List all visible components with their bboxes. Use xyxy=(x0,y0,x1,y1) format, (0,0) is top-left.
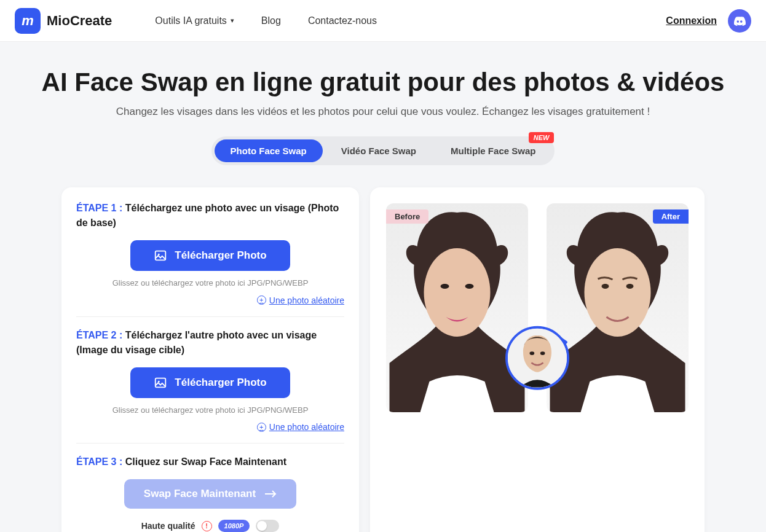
after-image: After xyxy=(547,203,689,412)
swap-label: Swap Face Maintenant xyxy=(144,488,256,500)
random-photo-row-2: + Une photo aléatoire xyxy=(76,421,344,432)
mode-tabs-inner: Photo Face Swap Vidéo Face Swap Multiple… xyxy=(211,136,555,165)
tab-photo-face-swap[interactable]: Photo Face Swap xyxy=(215,139,323,162)
svg-point-4 xyxy=(424,248,491,337)
login-link[interactable]: Connexion xyxy=(666,15,717,26)
resolution-badge: 1080P xyxy=(218,520,250,532)
step-2: ÉTAPE 2 : Téléchargez l'autre photo avec… xyxy=(76,316,344,444)
logo-text: MioCreate xyxy=(47,13,112,29)
logo[interactable]: m MioCreate xyxy=(15,8,112,34)
image-icon xyxy=(154,376,167,389)
svg-point-9 xyxy=(626,284,634,289)
upload-hint-2: Glissez ou téléchargez votre photo ici J… xyxy=(76,405,344,415)
tab-multiple-face-swap[interactable]: Multiple Face Swap NEW xyxy=(435,139,551,162)
plus-circle-icon: + xyxy=(257,295,266,305)
info-icon[interactable]: ! xyxy=(202,521,212,531)
random-photo-row-1: + Une photo aléatoire xyxy=(76,294,344,305)
step-1: ÉTAPE 1 : Téléchargez une photo avec un … xyxy=(76,201,344,316)
toggle-knob xyxy=(257,521,267,531)
svg-point-7 xyxy=(585,248,651,337)
quality-label: Haute qualité xyxy=(141,521,195,531)
nav-item-blog[interactable]: Blog xyxy=(261,15,281,26)
svg-point-11 xyxy=(530,351,535,355)
mode-tabs: Photo Face Swap Vidéo Face Swap Multiple… xyxy=(0,136,766,165)
random-label: Une photo aléatoire xyxy=(269,295,344,305)
upload-base-photo-button[interactable]: Télécharger Photo xyxy=(130,240,290,271)
step-2-label: ÉTAPE 2 : xyxy=(76,330,122,340)
tab-video-face-swap[interactable]: Vidéo Face Swap xyxy=(325,139,432,162)
face-thumbnail-icon xyxy=(508,329,567,388)
svg-point-5 xyxy=(441,284,449,289)
nav: Outils IA gratuits ▾ Blog Contactez-nous xyxy=(155,15,377,26)
new-badge: NEW xyxy=(529,132,555,143)
step-3-label: ÉTAPE 3 : xyxy=(76,456,122,467)
discord-button[interactable] xyxy=(728,9,751,33)
step-3: ÉTAPE 3 : Cliquez sur Swap Face Maintena… xyxy=(76,443,344,532)
target-face-thumbnail xyxy=(505,326,569,390)
steps-panel: ÉTAPE 1 : Téléchargez une photo avec un … xyxy=(61,187,359,532)
person-silhouette-icon xyxy=(547,203,689,412)
image-icon xyxy=(154,249,167,262)
header: m MioCreate Outils IA gratuits ▾ Blog Co… xyxy=(0,0,766,42)
hero: AI Face Swap en ligne gratuit pour des p… xyxy=(0,42,766,136)
person-silhouette-icon xyxy=(386,203,528,412)
quality-toggle[interactable] xyxy=(256,520,279,532)
nav-label: Outils IA gratuits xyxy=(155,15,227,26)
step-3-title: ÉTAPE 3 : Cliquez sur Swap Face Maintena… xyxy=(76,455,344,469)
before-image: Before xyxy=(386,203,528,412)
upload-label: Télécharger Photo xyxy=(175,249,266,262)
svg-point-8 xyxy=(602,284,609,289)
discord-icon xyxy=(733,14,746,28)
nav-item-contact[interactable]: Contactez-nous xyxy=(308,15,377,26)
page-subtitle: Changez les visages dans les vidéos et l… xyxy=(12,106,754,118)
page-title: AI Face Swap en ligne gratuit pour des p… xyxy=(12,68,754,97)
arrow-right-icon xyxy=(264,490,277,498)
step-2-title: ÉTAPE 2 : Téléchargez l'autre photo avec… xyxy=(76,328,344,358)
svg-point-6 xyxy=(465,284,474,289)
swap-face-button[interactable]: Swap Face Maintenant xyxy=(124,479,296,509)
quality-row: Haute qualité ! 1080P xyxy=(76,520,344,532)
preview-panel: Before After xyxy=(370,187,705,532)
step-3-desc: Cliquez sur Swap Face Maintenant xyxy=(122,456,286,467)
preview-grid: Before After xyxy=(386,203,689,412)
upload-target-photo-button[interactable]: Télécharger Photo xyxy=(130,367,290,398)
after-tag: After xyxy=(653,209,689,224)
upload-label: Télécharger Photo xyxy=(175,377,266,389)
plus-circle-icon: + xyxy=(257,423,266,432)
logo-icon: m xyxy=(15,8,41,34)
before-tag: Before xyxy=(386,209,428,224)
random-label: Une photo aléatoire xyxy=(269,422,344,432)
step-1-label: ÉTAPE 1 : xyxy=(76,203,122,213)
step-1-title: ÉTAPE 1 : Téléchargez une photo avec un … xyxy=(76,201,344,230)
nav-item-tools[interactable]: Outils IA gratuits ▾ xyxy=(155,15,234,26)
upload-hint-1: Glissez ou téléchargez votre photo ici J… xyxy=(76,278,344,288)
random-photo-link-1[interactable]: + Une photo aléatoire xyxy=(257,295,344,305)
chevron-down-icon: ▾ xyxy=(231,17,234,25)
svg-point-12 xyxy=(540,351,545,355)
random-photo-link-2[interactable]: + Une photo aléatoire xyxy=(257,422,344,432)
main: ÉTAPE 1 : Téléchargez une photo avec un … xyxy=(0,187,766,532)
header-right: Connexion xyxy=(666,9,751,33)
